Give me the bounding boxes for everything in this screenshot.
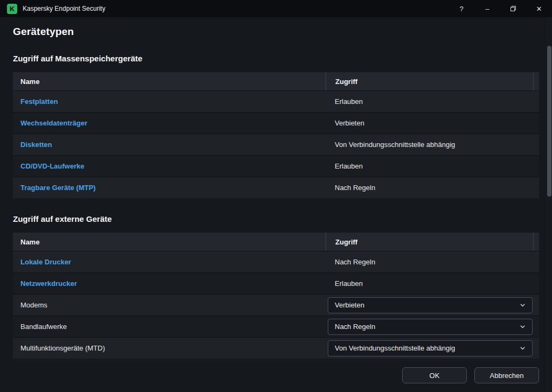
header-gutter xyxy=(533,72,539,90)
section-heading-mass-storage: Zugriff auf Massenspeichergeräte xyxy=(13,54,539,63)
chevron-down-icon xyxy=(520,302,526,308)
cancel-button[interactable]: Abbrechen xyxy=(474,367,539,383)
table-row: WechseldatenträgerVerbieten xyxy=(13,112,539,134)
name-cell: Bandlaufwerke xyxy=(13,316,326,337)
access-value: Nach Regeln xyxy=(335,258,375,266)
access-cell: Erlauben xyxy=(326,273,533,294)
page-title: Gerätetypen xyxy=(13,26,539,38)
name-cell: Festplatten xyxy=(13,91,326,112)
row-gutter xyxy=(533,316,539,337)
device-name-link[interactable]: Lokale Drucker xyxy=(20,258,71,266)
row-gutter xyxy=(533,177,539,198)
table-row: FestplattenErlauben xyxy=(13,90,539,112)
chevron-down-icon xyxy=(520,345,526,351)
kaspersky-logo-icon: K xyxy=(7,4,17,14)
table-header-row: NameZugriff xyxy=(13,233,539,251)
table-row: NetzwerkdruckerErlauben xyxy=(13,272,539,294)
access-value: Von Verbindungsschnittstelle abhängig xyxy=(335,141,455,149)
device-name-link[interactable]: Netzwerkdrucker xyxy=(20,279,77,288)
name-cell: Lokale Drucker xyxy=(13,251,326,272)
content-area: Gerätetypen Zugriff auf Massenspeicherge… xyxy=(0,17,552,359)
access-cell: Nach Regeln xyxy=(326,251,533,272)
name-cell: Multifunktionsgeräte (MTD) xyxy=(13,338,326,359)
access-value: Erlauben xyxy=(335,162,363,170)
row-gutter xyxy=(533,338,539,359)
access-value: Nach Regeln xyxy=(335,184,375,192)
access-dropdown[interactable]: Von Verbindungsschnittstelle abhängig xyxy=(328,340,533,356)
table-row: Lokale DruckerNach Regeln xyxy=(13,251,539,272)
help-button[interactable]: ? xyxy=(448,0,474,17)
column-header-zugriff[interactable]: Zugriff xyxy=(326,72,533,90)
minimize-button[interactable]: – xyxy=(474,0,500,17)
row-gutter xyxy=(533,113,539,134)
access-cell: Nach Regeln xyxy=(326,177,533,198)
vertical-scrollbar[interactable] xyxy=(547,17,552,392)
row-gutter xyxy=(533,295,539,316)
table-row: BandlaufwerkeNach Regeln xyxy=(13,316,539,337)
access-cell: Verbieten xyxy=(326,295,533,316)
row-gutter xyxy=(533,134,539,155)
name-cell: Tragbare Geräte (MTP) xyxy=(13,177,326,198)
row-gutter xyxy=(533,156,539,177)
access-dropdown[interactable]: Verbieten xyxy=(328,297,533,313)
dialog-footer: OK Abbrechen xyxy=(402,367,539,383)
header-gutter xyxy=(533,233,539,251)
table-row: CD/DVD-LaufwerkeErlauben xyxy=(13,155,539,177)
access-value: Verbieten xyxy=(335,119,364,127)
device-name-label: Multifunktionsgeräte (MTD) xyxy=(20,344,105,352)
device-name-label: Bandlaufwerke xyxy=(20,323,67,331)
access-cell: Von Verbindungsschnittstelle abhängig xyxy=(326,134,533,155)
device-name-link[interactable]: Disketten xyxy=(20,141,52,149)
ok-button[interactable]: OK xyxy=(402,367,467,383)
window-controls: ? – ✕ xyxy=(448,0,552,17)
window-title: Kaspersky Endpoint Security xyxy=(23,5,105,12)
device-name-link[interactable]: Tragbare Geräte (MTP) xyxy=(20,184,95,192)
device-name-link[interactable]: Wechseldatenträger xyxy=(20,119,87,127)
name-cell: Modems xyxy=(13,295,326,316)
table-row: DiskettenVon Verbindungsschnittstelle ab… xyxy=(13,134,539,155)
close-button[interactable]: ✕ xyxy=(526,0,552,17)
name-cell: CD/DVD-Laufwerke xyxy=(13,156,326,177)
section-mass-storage: Zugriff auf Massenspeichergeräte NameZug… xyxy=(13,54,539,198)
section-external-devices: Zugriff auf externe Geräte NameZugriffLo… xyxy=(13,214,539,359)
column-header-name[interactable]: Name xyxy=(13,233,326,251)
table-header-row: NameZugriff xyxy=(13,72,539,90)
name-cell: Wechseldatenträger xyxy=(13,113,326,134)
name-cell: Disketten xyxy=(13,134,326,155)
scrollbar-thumb[interactable] xyxy=(547,46,551,197)
table-row: Multifunktionsgeräte (MTD)Von Verbindung… xyxy=(13,337,539,359)
device-name-link[interactable]: Festplatten xyxy=(20,97,58,106)
external-devices-table: NameZugriffLokale DruckerNach RegelnNetz… xyxy=(13,233,539,359)
maximize-button[interactable] xyxy=(500,0,526,17)
row-gutter xyxy=(533,273,539,294)
column-header-name[interactable]: Name xyxy=(13,72,326,90)
column-header-zugriff[interactable]: Zugriff xyxy=(326,233,533,251)
section-heading-external-devices: Zugriff auf externe Geräte xyxy=(13,214,539,223)
access-dropdown-value: Nach Regeln xyxy=(335,323,375,331)
row-gutter xyxy=(533,91,539,112)
access-dropdown[interactable]: Nach Regeln xyxy=(328,319,533,335)
chevron-down-icon xyxy=(520,324,526,330)
device-name-link[interactable]: CD/DVD-Laufwerke xyxy=(20,162,84,170)
access-cell: Verbieten xyxy=(326,113,533,134)
titlebar: K Kaspersky Endpoint Security ? – ✕ xyxy=(0,0,552,17)
name-cell: Netzwerkdrucker xyxy=(13,273,326,294)
access-value: Erlauben xyxy=(335,279,363,288)
access-value: Erlauben xyxy=(335,97,363,106)
access-cell: Von Verbindungsschnittstelle abhängig xyxy=(326,338,533,359)
access-cell: Erlauben xyxy=(326,156,533,177)
access-dropdown-value: Von Verbindungsschnittstelle abhängig xyxy=(335,344,455,352)
access-cell: Erlauben xyxy=(326,91,533,112)
device-name-label: Modems xyxy=(20,301,47,309)
access-cell: Nach Regeln xyxy=(326,316,533,337)
logo-letter: K xyxy=(10,5,15,13)
row-gutter xyxy=(533,251,539,272)
mass-storage-table: NameZugriffFestplattenErlaubenWechseldat… xyxy=(13,72,539,198)
table-row: Tragbare Geräte (MTP)Nach Regeln xyxy=(13,177,539,198)
table-row: ModemsVerbieten xyxy=(13,294,539,316)
restore-icon xyxy=(510,5,516,12)
access-dropdown-value: Verbieten xyxy=(335,301,364,309)
